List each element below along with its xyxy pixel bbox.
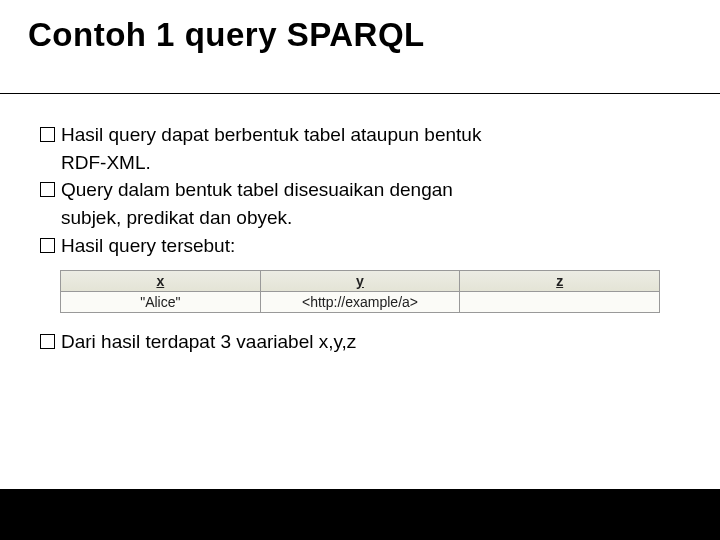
square-bullet-icon: [40, 182, 55, 197]
square-bullet-icon: [40, 334, 55, 349]
table-header-row: x y z: [60, 270, 660, 292]
bullet-text-continued: subjek, predikat dan obyek.: [40, 205, 680, 231]
bullet-item: Hasil query dapat berbentuk tabel ataupu…: [40, 122, 680, 148]
slide-title: Contoh 1 query SPARQL: [28, 16, 696, 54]
bullet-text: Dari hasil terdapat 3 vaariabel x,y,z: [61, 329, 680, 355]
table-header-cell: x: [61, 271, 261, 291]
bullet-text: Query dalam bentuk tabel disesuaikan den…: [61, 177, 680, 203]
bullet-text-continued: RDF-XML.: [40, 150, 680, 176]
square-bullet-icon: [40, 238, 55, 253]
bullet-text: Hasil query dapat berbentuk tabel ataupu…: [61, 122, 680, 148]
title-area: Contoh 1 query SPARQL: [0, 0, 720, 94]
slide: Contoh 1 query SPARQL Hasil query dapat …: [0, 0, 720, 540]
bullet-text: Hasil query tersebut:: [61, 233, 680, 259]
table-header-cell: z: [460, 271, 659, 291]
table-header-cell: y: [261, 271, 461, 291]
body-area: Hasil query dapat berbentuk tabel ataupu…: [0, 94, 720, 489]
square-bullet-icon: [40, 127, 55, 142]
query-result-table: x y z "Alice" <http://example/a>: [60, 270, 660, 313]
bullet-item: Hasil query tersebut:: [40, 233, 680, 259]
table-cell: <http://example/a>: [261, 292, 461, 312]
bullet-item: Query dalam bentuk tabel disesuaikan den…: [40, 177, 680, 203]
bullet-item: Dari hasil terdapat 3 vaariabel x,y,z: [40, 329, 680, 355]
slide-footer: [0, 489, 720, 540]
table-row: "Alice" <http://example/a>: [60, 292, 660, 313]
table-cell: [460, 292, 659, 312]
table-cell: "Alice": [61, 292, 261, 312]
